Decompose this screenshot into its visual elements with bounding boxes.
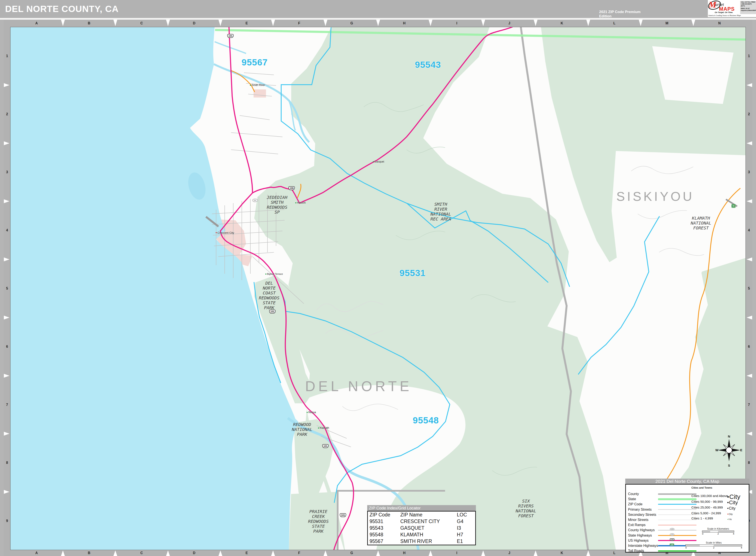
town-name: Requa — [308, 411, 316, 414]
legend-city-sample: City — [727, 506, 735, 511]
grid-row-label: 6 — [4, 318, 10, 376]
legend-line-label: Primary Streets — [628, 508, 652, 512]
index-cell: 95531 — [368, 518, 399, 525]
town-label: Smith River — [250, 83, 265, 86]
county-name-label: SISKIYOU — [616, 189, 694, 204]
town-name: Bigfoot Terrace — [267, 273, 283, 275]
town-label: Bigfoot Terrace — [265, 273, 283, 275]
city-dot-icon — [727, 514, 728, 515]
index-cell: GASQUET — [399, 525, 455, 531]
park-label: PRAIRIE CREEK REDWOODS STATE PARK — [308, 509, 329, 534]
legend-line-sample — [658, 504, 696, 505]
legend-city-label: Cities 1 - 4,999 — [691, 516, 748, 520]
grid-column-label: K — [535, 20, 588, 27]
grid-row-label: 1 — [746, 27, 752, 85]
zip-code-label: 95531 — [399, 268, 426, 278]
grid-row-label: 4 — [746, 201, 752, 259]
grid-row-label: 1 — [4, 27, 10, 85]
grid-column-label: M — [640, 20, 693, 27]
index-column-header: ZIP Name — [399, 512, 455, 518]
us-highway-shield: 101 — [322, 444, 329, 448]
legend-line-sample — [658, 515, 696, 515]
city-sample-text: City — [729, 499, 738, 506]
index-cell: E1 — [455, 538, 475, 545]
grid-row-label: 3 — [746, 143, 752, 202]
town-label: Crescent City — [216, 231, 234, 234]
county-highway-shield: D2 — [252, 199, 258, 202]
grid-column-label: I — [430, 20, 483, 27]
city-dot-icon — [727, 519, 728, 520]
town-dot-icon — [216, 232, 217, 233]
scale-tick: 0 — [685, 546, 687, 549]
park-label: SMITH RIVER NATIONAL REC AREA — [430, 202, 451, 221]
zip-index-table: ZIP CodeZIP NameLOC95531CRESCENT CITYG49… — [367, 511, 476, 545]
zip-code-label: 95543 — [415, 60, 441, 70]
legend-row: Exit Ramps — [626, 522, 749, 527]
park-label: SIX RIVERS NATIONAL FOREST — [516, 499, 536, 518]
index-row: 95567SMITH RIVERE1 — [368, 538, 475, 545]
park-label: KLAMATH NATIONAL FOREST — [691, 216, 711, 231]
town-name: Crescent City — [218, 231, 234, 234]
legend-line-label: Exit Ramps — [628, 523, 646, 527]
legend-row: Toll Roads — [626, 548, 749, 553]
state-green-highway-shield: 96 — [732, 204, 735, 208]
legend-line-label: Interstate Highways — [628, 544, 658, 548]
grid-column-label: E — [221, 20, 273, 27]
zip-index-box: ZIP Code Index/Grid Locator ZIP CodeZIP … — [367, 505, 476, 545]
compass-e: E — [740, 448, 742, 452]
legend-city-sample: City — [727, 499, 738, 506]
index-row: 95548KLAMATHH7 — [368, 531, 475, 538]
grid-row-label: 6 — [746, 318, 752, 376]
index-cell: KLAMATH — [399, 531, 455, 538]
grid-column-label: E — [221, 550, 273, 556]
grid-column-label: L — [588, 20, 641, 27]
legend-line-sample — [658, 525, 696, 525]
scale-kilometers: Scale in Kilometers024 — [702, 527, 734, 535]
legend-line-label: ZIP Code — [628, 502, 643, 506]
legend-line-label: Minor Streets — [628, 518, 648, 522]
cities-header: Cities and Towns — [691, 486, 712, 489]
grid-column-label: G — [326, 550, 378, 556]
us-highway-shield: 101 — [269, 310, 275, 313]
scale-label: Scale in Miles — [685, 541, 742, 544]
legend-line-label: US Highways — [628, 539, 649, 543]
scale-tick: 2 — [713, 546, 714, 549]
town-dot-icon — [295, 202, 296, 203]
urban-smith-river — [254, 90, 266, 98]
park-label: DEL NORTE COAST REDWOODS STATE PARK — [259, 281, 280, 310]
legend-line-sample — [658, 535, 696, 536]
legend-city-row: Cities 1 - 4,999City — [691, 516, 748, 522]
legend-city-label: Cities 25,000 - 49,999 — [691, 506, 748, 509]
grid-column-label: A — [10, 550, 63, 556]
grid-row-label: 7 — [746, 376, 752, 434]
legend-city-sample: City — [727, 518, 732, 520]
town-label: Hiouchi — [295, 201, 305, 204]
grid-column-label: F — [273, 20, 326, 27]
grid-row-label: 2 — [4, 85, 10, 143]
town-label: Gasquet — [373, 160, 384, 163]
zip-code-label: 95567 — [241, 57, 268, 68]
legend-city-row: Cities 5,000 - 24,999City — [691, 511, 748, 517]
legend-badge: 123 — [670, 544, 674, 546]
city-sample-text: City — [728, 518, 732, 520]
town-dot-icon — [265, 274, 266, 275]
compass-s: S — [728, 464, 730, 467]
compass-w: W — [715, 448, 719, 452]
zip-index-title: ZIP Code Index/Grid Locator — [367, 505, 476, 511]
town-dot-icon — [373, 161, 374, 162]
legend-line-sample — [658, 550, 696, 552]
legend-title: 2021 Del Norte County, CA Map — [625, 479, 749, 484]
index-cell: 95543 — [368, 525, 399, 531]
index-cell: SMITH RIVER — [399, 538, 455, 545]
index-cell: 95548 — [368, 531, 399, 538]
legend-city-sample: City — [727, 513, 733, 515]
grid-column-label: D — [168, 550, 221, 556]
legend-city-label: Cities 50,000 - 99,999 — [691, 500, 748, 503]
legend-line-sample — [658, 540, 696, 541]
park-label: JEDEDIAH SMITH REDWOODS SP — [267, 195, 287, 215]
legend-badge: 123 — [670, 533, 675, 536]
index-cell: G4 — [455, 518, 475, 525]
town-name: Gasquet — [374, 160, 384, 163]
us-highway-shield: 101 — [227, 34, 234, 38]
scale-ticks: 024 — [685, 546, 742, 549]
